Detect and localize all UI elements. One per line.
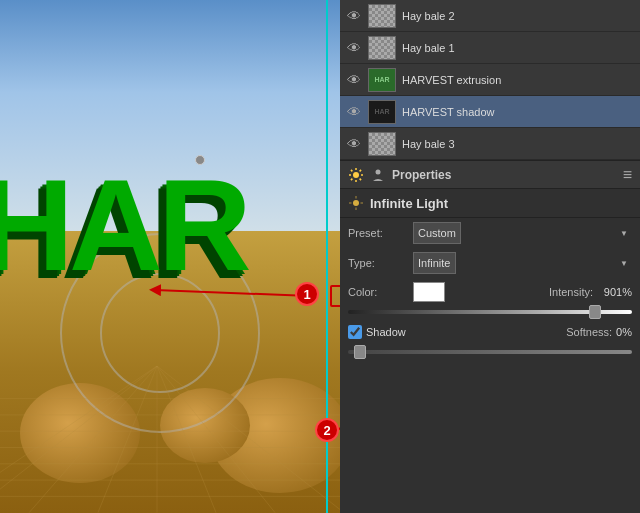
svg-line-8 — [29, 366, 157, 513]
type-select-wrapper: Infinite — [413, 252, 632, 274]
layer-name-haybale1: Hay bale 1 — [402, 42, 455, 54]
softness-value: 0% — [616, 326, 632, 338]
svg-line-14 — [0, 366, 157, 513]
layer-name-haybale3: Hay bale 3 — [402, 138, 455, 150]
layer-visibility-harvest-extrusion[interactable]: 👁 — [344, 70, 364, 90]
layers-panel: 👁 Hay bale 2 👁 Hay bale 1 👁 HAR HARVEST … — [340, 0, 640, 160]
intensity-slider-row — [340, 306, 640, 318]
sun-icon — [348, 167, 364, 183]
svg-line-11 — [157, 366, 216, 513]
shadow-row: Shadow Softness: 0% — [340, 318, 640, 346]
layer-visibility-haybale1[interactable]: 👁 — [344, 38, 364, 58]
svg-line-12 — [157, 366, 275, 513]
shadow-checkbox[interactable] — [348, 325, 362, 339]
light-handle[interactable] — [195, 155, 205, 165]
person-icon — [370, 167, 386, 183]
right-panel: 👁 Hay bale 2 👁 Hay bale 1 👁 HAR HARVEST … — [340, 0, 640, 513]
layer-thumb-haybale2 — [368, 4, 396, 28]
main-container: HAR 1 2 — [0, 0, 640, 513]
annotation-badge-1: 1 — [295, 282, 319, 306]
intensity-value: 901% — [597, 286, 632, 298]
softness-slider-row — [340, 346, 640, 358]
layer-visibility-harvest-shadow[interactable]: 👁 — [344, 102, 364, 122]
svg-point-18 — [353, 172, 359, 178]
layer-row-haybale1[interactable]: 👁 Hay bale 1 — [340, 32, 640, 64]
shadow-highlight-box — [330, 285, 340, 307]
properties-menu-icon[interactable]: ≡ — [623, 166, 632, 184]
layer-row-haybale3[interactable]: 👁 Hay bale 3 — [340, 128, 640, 160]
svg-point-27 — [376, 169, 381, 174]
infinite-light-label: Infinite Light — [370, 196, 448, 211]
annotation-badge-2: 2 — [315, 418, 339, 442]
layer-thumb-haybale3 — [368, 132, 396, 156]
type-select[interactable]: Infinite — [413, 252, 456, 274]
properties-header: Properties ≡ — [340, 161, 640, 189]
softness-slider-track[interactable] — [348, 350, 632, 354]
layer-row-harvest-extrusion[interactable]: 👁 HAR HARVEST extrusion — [340, 64, 640, 96]
color-row: Color: Intensity: 901% — [340, 278, 640, 306]
svg-point-28 — [353, 200, 359, 206]
layer-name-haybale2: Hay bale 2 — [402, 10, 455, 22]
layer-thumb-harvest-extrusion: HAR — [368, 68, 396, 92]
layer-thumb-harvest-shadow: HAR — [368, 100, 396, 124]
svg-line-23 — [351, 169, 353, 171]
svg-line-25 — [360, 169, 362, 171]
softness-row: Softness: 0% — [566, 326, 632, 338]
intensity-label: Intensity: — [549, 286, 593, 298]
preset-select-wrapper: Custom — [413, 222, 632, 244]
layer-name-harvest-shadow: HARVEST shadow — [402, 106, 495, 118]
shadow-label-text: Shadow — [366, 326, 406, 338]
svg-line-7 — [0, 366, 157, 513]
svg-line-9 — [98, 366, 157, 513]
softness-label: Softness: — [566, 326, 612, 338]
canvas-3d-text: HAR — [0, 150, 247, 300]
svg-line-24 — [360, 178, 362, 180]
softness-slider-thumb[interactable] — [354, 345, 366, 359]
shadow-checkbox-label[interactable]: Shadow — [348, 325, 406, 339]
svg-line-13 — [157, 366, 340, 513]
light-source-icon — [348, 195, 364, 211]
layer-row-haybale2[interactable]: 👁 Hay bale 2 — [340, 0, 640, 32]
layer-name-harvest-extrusion: HARVEST extrusion — [402, 74, 501, 86]
color-swatch[interactable] — [413, 282, 445, 302]
type-label: Type: — [348, 257, 413, 269]
preset-select[interactable]: Custom — [413, 222, 461, 244]
intensity-slider-track[interactable] — [348, 310, 632, 314]
layer-thumb-haybale1 — [368, 36, 396, 60]
preset-row: Preset: Custom — [340, 218, 640, 248]
layer-visibility-haybale3[interactable]: 👁 — [344, 134, 364, 154]
intensity-slider-thumb[interactable] — [589, 305, 601, 319]
svg-line-26 — [351, 178, 353, 180]
infinite-light-title: Infinite Light — [340, 189, 640, 218]
layer-visibility-haybale2[interactable]: 👁 — [344, 6, 364, 26]
properties-title-label: Properties — [392, 168, 451, 182]
properties-title-row: Properties — [348, 167, 451, 183]
canvas-area: HAR 1 2 — [0, 0, 340, 513]
layer-row-harvest-shadow[interactable]: 👁 HAR HARVEST shadow — [340, 96, 640, 128]
type-row: Type: Infinite — [340, 248, 640, 278]
properties-panel: Properties ≡ Infinite Light — [340, 160, 640, 513]
ground-grid — [0, 366, 340, 513]
preset-label: Preset: — [348, 227, 413, 239]
color-label: Color: — [348, 286, 413, 298]
